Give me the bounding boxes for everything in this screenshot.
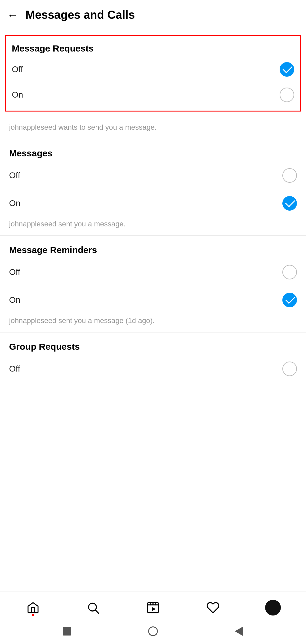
reminders-label-off: Off: [9, 267, 20, 277]
back-button[interactable]: ←: [7, 10, 18, 21]
android-home-btn[interactable]: [148, 626, 158, 636]
nav-search[interactable]: [81, 599, 105, 617]
messages-label-on: On: [9, 199, 20, 208]
android-nav-bar: [0, 621, 306, 644]
option-row-on: On: [12, 82, 294, 108]
nav-activity[interactable]: [201, 599, 225, 617]
messages-radio-off[interactable]: [282, 168, 297, 183]
option-label-off: Off: [12, 65, 23, 74]
messages-option-off: Off: [9, 162, 297, 189]
section-message-requests: Message Requests Off On: [5, 35, 301, 112]
hint-text-reminders: johnappleseed sent you a message (1d ago…: [9, 314, 297, 332]
heart-icon: [206, 601, 220, 614]
reels-icon: [146, 601, 160, 614]
android-back-btn[interactable]: [235, 626, 243, 636]
reminders-radio-off[interactable]: [282, 265, 297, 279]
option-row-off: Off: [12, 57, 294, 82]
hint-text-message-requests: johnappleseed wants to send you a messag…: [9, 121, 297, 139]
group-option-off: Off: [9, 355, 297, 383]
svg-marker-7: [152, 607, 156, 611]
reminders-option-off: Off: [9, 258, 297, 286]
section-title-group-requests: Group Requests: [9, 342, 297, 352]
radio-on-unchecked[interactable]: [280, 88, 294, 102]
nav-reels[interactable]: [141, 599, 165, 617]
reminders-option-on: On: [9, 286, 297, 314]
nav-profile[interactable]: [261, 599, 285, 617]
reminders-radio-on[interactable]: [282, 293, 297, 307]
section-title-reminders: Message Reminders: [9, 245, 297, 255]
option-label-on: On: [12, 90, 23, 100]
messages-option-on: On: [9, 189, 297, 217]
svg-line-1: [95, 610, 98, 613]
section-message-reminders: Message Reminders Off On johnappleseed s…: [0, 236, 306, 332]
hint-text-messages: johnappleseed sent you a message.: [9, 217, 297, 235]
android-recent-btn[interactable]: [63, 627, 71, 636]
radio-off-checked[interactable]: [280, 62, 294, 77]
bottom-nav: [0, 592, 306, 644]
messages-radio-on[interactable]: [282, 196, 297, 211]
home-icon: [26, 601, 40, 614]
reminders-label-on: On: [9, 295, 20, 305]
header: ← Messages and Calls: [0, 0, 306, 30]
section-title-messages: Messages: [9, 148, 297, 158]
page-title: Messages and Calls: [25, 8, 135, 22]
profile-avatar: [265, 600, 281, 616]
group-radio-off[interactable]: [282, 362, 297, 376]
search-icon: [86, 601, 100, 614]
nav-icons-row: [0, 592, 306, 621]
messages-label-off: Off: [9, 171, 20, 180]
home-dot: [32, 614, 34, 616]
section-group-requests: Group Requests Off: [0, 332, 306, 383]
section-title-message-requests: Message Requests: [12, 43, 294, 54]
hint-message-requests: johnappleseed wants to send you a messag…: [0, 112, 306, 139]
group-label-off: Off: [9, 364, 20, 374]
nav-home[interactable]: [21, 599, 45, 617]
section-messages: Messages Off On johnappleseed sent you a…: [0, 139, 306, 235]
content-area: Message Requests Off On johnappleseed wa…: [0, 30, 306, 592]
